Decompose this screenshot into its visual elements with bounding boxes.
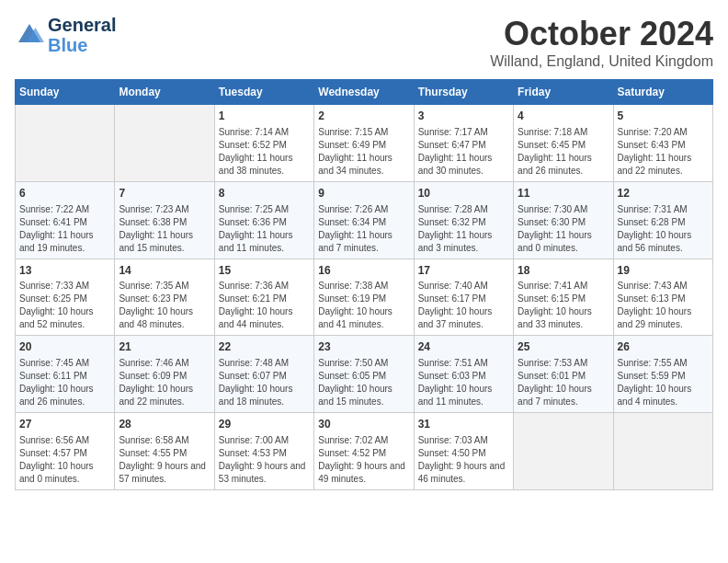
- calendar-day-cell: 11Sunrise: 7:30 AM Sunset: 6:30 PM Dayli…: [514, 181, 613, 259]
- calendar-day-cell: [115, 105, 214, 182]
- calendar-day-cell: [613, 413, 712, 490]
- calendar-week-row: 13Sunrise: 7:33 AM Sunset: 6:25 PM Dayli…: [16, 259, 713, 336]
- day-info: Sunrise: 7:00 AM Sunset: 4:53 PM Dayligh…: [219, 434, 310, 486]
- calendar-day-cell: 10Sunrise: 7:28 AM Sunset: 6:32 PM Dayli…: [414, 181, 513, 259]
- logo-icon: [15, 20, 44, 50]
- day-number: 1: [219, 109, 310, 124]
- calendar-day-cell: 31Sunrise: 7:03 AM Sunset: 4:50 PM Dayli…: [414, 413, 513, 490]
- calendar-day-cell: 20Sunrise: 7:45 AM Sunset: 6:11 PM Dayli…: [16, 336, 115, 413]
- calendar-table: SundayMondayTuesdayWednesdayThursdayFrid…: [15, 79, 713, 490]
- day-info: Sunrise: 7:26 AM Sunset: 6:34 PM Dayligh…: [318, 203, 409, 255]
- day-info: Sunrise: 6:58 AM Sunset: 4:55 PM Dayligh…: [119, 434, 210, 486]
- day-number: 20: [19, 339, 110, 355]
- day-info: Sunrise: 7:20 AM Sunset: 6:43 PM Dayligh…: [618, 126, 709, 178]
- day-number: 31: [418, 417, 509, 432]
- calendar-week-row: 27Sunrise: 6:56 AM Sunset: 4:57 PM Dayli…: [16, 413, 713, 490]
- day-number: 19: [618, 263, 709, 279]
- day-number: 17: [418, 263, 509, 279]
- day-number: 23: [318, 339, 409, 355]
- weekday-header: Wednesday: [314, 80, 414, 105]
- calendar-day-cell: [514, 413, 613, 490]
- day-number: 12: [618, 186, 709, 201]
- calendar-day-cell: 14Sunrise: 7:35 AM Sunset: 6:23 PM Dayli…: [115, 259, 214, 336]
- calendar-day-cell: 15Sunrise: 7:36 AM Sunset: 6:21 PM Dayli…: [214, 259, 313, 336]
- calendar-day-cell: 8Sunrise: 7:25 AM Sunset: 6:36 PM Daylig…: [214, 181, 313, 259]
- day-number: 18: [518, 263, 609, 279]
- day-number: 15: [219, 263, 310, 279]
- day-info: Sunrise: 7:22 AM Sunset: 6:41 PM Dayligh…: [19, 203, 110, 255]
- calendar-day-cell: 30Sunrise: 7:02 AM Sunset: 4:52 PM Dayli…: [314, 413, 414, 490]
- day-info: Sunrise: 7:53 AM Sunset: 6:01 PM Dayligh…: [518, 357, 609, 408]
- logo-text: General Blue: [48, 15, 116, 55]
- calendar-week-row: 6Sunrise: 7:22 AM Sunset: 6:41 PM Daylig…: [16, 181, 713, 259]
- day-number: 22: [219, 339, 310, 355]
- calendar-day-cell: 17Sunrise: 7:40 AM Sunset: 6:17 PM Dayli…: [414, 259, 513, 336]
- weekday-header: Friday: [514, 80, 613, 105]
- day-info: Sunrise: 7:40 AM Sunset: 6:17 PM Dayligh…: [418, 280, 509, 331]
- day-number: 10: [418, 186, 509, 201]
- day-number: 21: [119, 339, 210, 355]
- weekday-header: Sunday: [16, 80, 115, 105]
- day-number: 28: [119, 417, 210, 432]
- day-info: Sunrise: 7:38 AM Sunset: 6:19 PM Dayligh…: [318, 280, 409, 331]
- calendar-week-row: 20Sunrise: 7:45 AM Sunset: 6:11 PM Dayli…: [16, 336, 713, 413]
- day-number: 29: [219, 417, 310, 432]
- day-number: 8: [219, 186, 310, 201]
- calendar-day-cell: 27Sunrise: 6:56 AM Sunset: 4:57 PM Dayli…: [16, 413, 115, 490]
- calendar-day-cell: 26Sunrise: 7:55 AM Sunset: 5:59 PM Dayli…: [613, 336, 712, 413]
- calendar-day-cell: 16Sunrise: 7:38 AM Sunset: 6:19 PM Dayli…: [314, 259, 414, 336]
- day-info: Sunrise: 7:36 AM Sunset: 6:21 PM Dayligh…: [219, 280, 310, 331]
- day-number: 3: [418, 109, 509, 124]
- calendar-day-cell: 28Sunrise: 6:58 AM Sunset: 4:55 PM Dayli…: [115, 413, 214, 490]
- calendar-day-cell: 4Sunrise: 7:18 AM Sunset: 6:45 PM Daylig…: [514, 105, 613, 182]
- page-header: General Blue October 2024 Willand, Engla…: [15, 15, 713, 70]
- day-info: Sunrise: 7:14 AM Sunset: 6:52 PM Dayligh…: [219, 126, 310, 178]
- calendar-day-cell: 23Sunrise: 7:50 AM Sunset: 6:05 PM Dayli…: [314, 336, 414, 413]
- day-info: Sunrise: 7:25 AM Sunset: 6:36 PM Dayligh…: [219, 203, 310, 255]
- day-info: Sunrise: 7:48 AM Sunset: 6:07 PM Dayligh…: [219, 357, 310, 408]
- day-number: 16: [318, 263, 409, 279]
- day-info: Sunrise: 7:50 AM Sunset: 6:05 PM Dayligh…: [318, 357, 409, 408]
- weekday-header: Tuesday: [214, 80, 313, 105]
- day-info: Sunrise: 7:55 AM Sunset: 5:59 PM Dayligh…: [618, 357, 709, 408]
- location: Willand, England, United Kingdom: [490, 53, 713, 70]
- month-title: October 2024: [490, 15, 713, 53]
- calendar-day-cell: 7Sunrise: 7:23 AM Sunset: 6:38 PM Daylig…: [115, 181, 214, 259]
- calendar-day-cell: 12Sunrise: 7:31 AM Sunset: 6:28 PM Dayli…: [613, 181, 712, 259]
- day-number: 14: [119, 263, 210, 279]
- day-info: Sunrise: 7:45 AM Sunset: 6:11 PM Dayligh…: [19, 357, 110, 408]
- day-number: 9: [318, 186, 409, 201]
- day-info: Sunrise: 7:03 AM Sunset: 4:50 PM Dayligh…: [418, 434, 509, 486]
- day-info: Sunrise: 7:35 AM Sunset: 6:23 PM Dayligh…: [119, 280, 210, 331]
- calendar-day-cell: [16, 105, 115, 182]
- day-info: Sunrise: 7:33 AM Sunset: 6:25 PM Dayligh…: [19, 280, 110, 331]
- day-info: Sunrise: 7:28 AM Sunset: 6:32 PM Dayligh…: [418, 203, 509, 255]
- day-info: Sunrise: 7:02 AM Sunset: 4:52 PM Dayligh…: [318, 434, 409, 486]
- calendar-day-cell: 6Sunrise: 7:22 AM Sunset: 6:41 PM Daylig…: [16, 181, 115, 259]
- day-info: Sunrise: 7:30 AM Sunset: 6:30 PM Dayligh…: [518, 203, 609, 255]
- day-info: Sunrise: 7:51 AM Sunset: 6:03 PM Dayligh…: [418, 357, 509, 408]
- day-info: Sunrise: 7:18 AM Sunset: 6:45 PM Dayligh…: [518, 126, 609, 178]
- day-info: Sunrise: 7:43 AM Sunset: 6:13 PM Dayligh…: [618, 280, 709, 331]
- calendar-day-cell: 3Sunrise: 7:17 AM Sunset: 6:47 PM Daylig…: [414, 105, 513, 182]
- day-info: Sunrise: 7:46 AM Sunset: 6:09 PM Dayligh…: [119, 357, 210, 408]
- weekday-header: Saturday: [613, 80, 712, 105]
- day-number: 26: [618, 339, 709, 355]
- day-info: Sunrise: 7:41 AM Sunset: 6:15 PM Dayligh…: [518, 280, 609, 331]
- calendar-day-cell: 21Sunrise: 7:46 AM Sunset: 6:09 PM Dayli…: [115, 336, 214, 413]
- day-number: 5: [618, 109, 709, 124]
- day-number: 4: [518, 109, 609, 124]
- day-number: 6: [19, 186, 110, 201]
- weekday-header: Monday: [115, 80, 214, 105]
- weekday-header: Thursday: [414, 80, 513, 105]
- calendar-day-cell: 19Sunrise: 7:43 AM Sunset: 6:13 PM Dayli…: [613, 259, 712, 336]
- day-info: Sunrise: 7:23 AM Sunset: 6:38 PM Dayligh…: [119, 203, 210, 255]
- day-number: 27: [19, 417, 110, 432]
- day-number: 11: [518, 186, 609, 201]
- day-number: 7: [119, 186, 210, 201]
- calendar-day-cell: 2Sunrise: 7:15 AM Sunset: 6:49 PM Daylig…: [314, 105, 414, 182]
- weekday-header-row: SundayMondayTuesdayWednesdayThursdayFrid…: [16, 80, 713, 105]
- calendar-day-cell: 5Sunrise: 7:20 AM Sunset: 6:43 PM Daylig…: [613, 105, 712, 182]
- calendar-day-cell: 1Sunrise: 7:14 AM Sunset: 6:52 PM Daylig…: [214, 105, 313, 182]
- day-info: Sunrise: 7:31 AM Sunset: 6:28 PM Dayligh…: [618, 203, 709, 255]
